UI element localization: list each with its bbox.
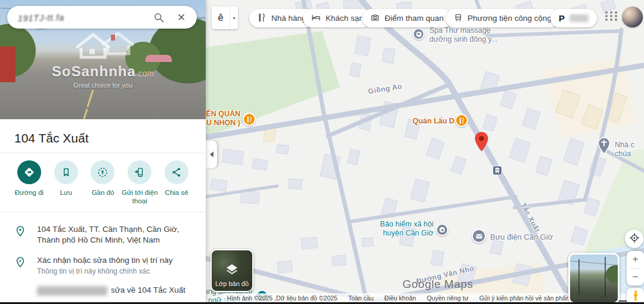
thumb-pole (605, 257, 606, 297)
photo-road-marking (83, 108, 88, 119)
my-location-icon (629, 232, 640, 246)
streetview-photo[interactable]: SoSanhnha.com Great choice for you 191TJ… (0, 0, 206, 119)
link-terms[interactable]: Điều khoản (385, 294, 416, 302)
empty-icon-slot (13, 285, 27, 299)
ime-char: ê (212, 7, 230, 29)
hotel-icon (311, 13, 321, 24)
place-panel: SoSanhnha.com Great choice for you 191TJ… (0, 0, 206, 304)
verify-subtext: Thông tin vị trí này không chính xác (37, 267, 172, 275)
thumb-wire (570, 260, 620, 265)
parking-icon: P (559, 13, 565, 23)
poi-label-bao-hiem[interactable]: Bảo hiểm xã hội huyện Cần Giờ (368, 220, 434, 238)
chevron-down-icon[interactable]: ▾ (230, 7, 238, 29)
poi-label-bien-quan[interactable]: BIỂN QUÁN ( LẨU NHỌN ) (206, 110, 240, 128)
link-privacy[interactable]: Quyền riêng tư (427, 294, 469, 302)
restaurant-icon (258, 13, 267, 24)
map-area: m Spa Thư massage dưỡng sinh đông y... G… (206, 0, 644, 304)
close-icon[interactable]: ✕ (174, 10, 188, 24)
watermark-tagline: Great choice for you (0, 82, 206, 89)
page-title: 104 Tắc Xuất (14, 131, 191, 145)
layers-label: Lớp bản đồ (215, 280, 249, 287)
transit-icon (454, 13, 463, 24)
poi-label-nha-chua[interactable]: Nhà c chúa (615, 141, 634, 159)
restaurant-poi-icon[interactable] (455, 114, 468, 127)
church-poi-icon[interactable] (597, 137, 611, 157)
zoom-out-button[interactable]: − (627, 269, 644, 286)
post-office-poi-icon[interactable] (472, 229, 486, 243)
chip-parking[interactable]: P (550, 9, 597, 27)
place-header: 104 Tắc Xuất (0, 119, 206, 153)
directions-button[interactable]: Đường đi (11, 160, 48, 206)
search-query-text: 191TJ-tt.fa (18, 11, 143, 23)
obscured-text-block (37, 286, 107, 296)
layers-button[interactable]: Lớp bản đồ (210, 249, 253, 292)
suggest-edit-row[interactable]: sửa về 104 Tắc Xuất (0, 281, 206, 304)
save-button[interactable]: Lưu (48, 160, 85, 206)
poi-label-buu-dien[interactable]: Bưu điện Cần Giờ (490, 232, 553, 242)
chip-attractions[interactable]: Điểm tham quan (362, 9, 452, 27)
watermark-house-icon (0, 27, 206, 63)
send-to-phone-button[interactable]: Gửi tới điện thoại (121, 160, 158, 206)
map-toolbar: ê ▾ Nhà hàng Khách sạn Điểm tham qua (206, 0, 644, 36)
bus-stop-icon[interactable] (493, 166, 502, 178)
action-bar: Đường đi Lưu Gần đó (0, 153, 206, 212)
camera-icon (370, 13, 380, 24)
pegman-icon (631, 290, 640, 303)
layers-icon (225, 263, 239, 278)
share-icon (165, 160, 188, 184)
thumb-pole (578, 259, 580, 295)
suggest-edit-text: sửa về 104 Tắc Xuất (111, 286, 185, 294)
search-icon[interactable] (151, 10, 166, 24)
google-watermark: Google Maps (402, 278, 473, 291)
pegman-button[interactable] (627, 288, 644, 304)
search-input[interactable]: 191TJ-tt.fa ✕ (7, 6, 197, 29)
verify-info-row[interactable]: Xác nhận hoặc sửa thông tin vị trí này T… (0, 252, 206, 281)
link-feedback[interactable]: Gửi ý kiến phản hồi về sản phẩm (479, 294, 571, 302)
obscured-chip-text (569, 14, 589, 22)
my-location-button[interactable] (625, 229, 643, 248)
poi-label-quan-lau-de[interactable]: Quán Lẩu Dê (413, 117, 459, 126)
chip-transit[interactable]: Phương tiện công cộng (445, 9, 560, 27)
bookmark-icon (54, 160, 78, 184)
watermark-brand-suffix: .com (136, 69, 154, 78)
verify-pin-icon (13, 255, 27, 269)
zoom-in-button[interactable]: + (627, 251, 644, 268)
directions-icon (17, 160, 41, 184)
nearby-button[interactable]: Gần đó (85, 160, 122, 206)
watermark-brand: SoSanhnha (52, 63, 136, 79)
share-button[interactable]: Chia sẻ (158, 160, 195, 206)
link-global[interactable]: Toàn cầu (348, 294, 374, 302)
photo-watermark: SoSanhnha.com Great choice for you (0, 27, 206, 89)
google-maps-app: SoSanhnha.com Great choice for you 191TJ… (0, 0, 644, 304)
thumb-tree (606, 265, 620, 283)
streetview-thumbnail[interactable] (568, 253, 620, 304)
send-to-phone-icon (128, 160, 151, 184)
place-info-list: 104 Tắc Xuất, TT. Cần Thạnh, Cần Giờ, Th… (0, 212, 206, 304)
address-row[interactable]: 104 Tắc Xuất, TT. Cần Thạnh, Cần Giờ, Th… (0, 221, 206, 252)
destination-marker[interactable] (475, 132, 488, 154)
imagery-credit: Hình ảnh ©2025 ,Dữ liệu bản đồ ©2025 (227, 294, 338, 302)
apps-grid-icon[interactable] (605, 11, 618, 21)
address-text: 104 Tắc Xuất, TT. Cần Thạnh, Cần Giờ, Th… (37, 224, 194, 246)
nearby-icon (91, 160, 114, 184)
chevron-left-icon (210, 151, 213, 157)
place-pin-icon (13, 224, 27, 238)
verify-text: Xác nhận hoặc sửa thông tin vị trí này (37, 255, 172, 266)
input-method-widget[interactable]: ê ▾ (212, 7, 238, 29)
restaurant-poi-icon[interactable] (243, 113, 256, 126)
government-poi-icon[interactable] (436, 224, 448, 236)
photo-road-marking (86, 89, 94, 107)
zoom-control: + − (627, 251, 644, 286)
avatar[interactable] (622, 7, 643, 27)
panel-collapse-button[interactable] (206, 141, 217, 168)
